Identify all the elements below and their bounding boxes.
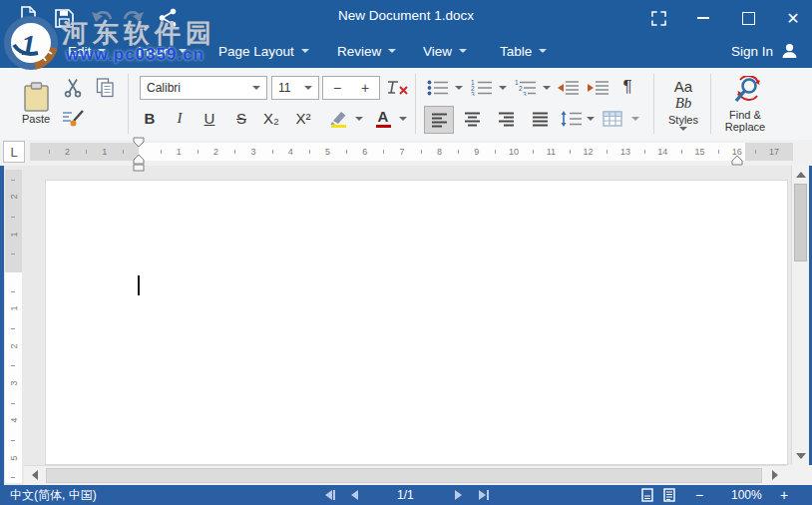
multilevel-list-dropdown[interactable] (543, 86, 551, 90)
horizontal-scrollbar[interactable] (24, 465, 786, 485)
increase-font-button[interactable]: + (351, 77, 379, 99)
chevron-down-icon (388, 49, 396, 53)
paste-button[interactable]: Paste (12, 74, 60, 132)
line-spacing-dropdown[interactable] (587, 117, 595, 121)
ruler-number: 4 (9, 414, 19, 426)
table-grid-dropdown[interactable] (631, 117, 639, 121)
increase-indent-button[interactable] (585, 76, 610, 100)
zoom-in-button[interactable]: + (780, 485, 788, 505)
align-right-button[interactable] (492, 106, 520, 132)
web-view-button[interactable] (663, 485, 675, 505)
cut-button[interactable] (60, 76, 86, 100)
format-painter-icon (62, 108, 85, 128)
line-spacing-button[interactable] (557, 106, 585, 132)
vertical-scrollbar-thumb[interactable] (794, 184, 807, 261)
vertical-scrollbar[interactable] (791, 166, 809, 465)
bullet-list-icon (427, 80, 449, 96)
zoom-level[interactable]: 100% (731, 485, 762, 505)
page-indicator: 1/1 (397, 485, 414, 505)
last-page-icon (479, 490, 486, 500)
first-page-button[interactable] (325, 485, 335, 505)
table-grid-button[interactable] (599, 106, 626, 132)
decrease-indent-button[interactable] (555, 76, 581, 100)
ruler-number: 6 (359, 147, 371, 157)
right-indent-marker[interactable] (731, 155, 743, 167)
ruler-tick (11, 291, 15, 292)
language-indicator[interactable]: 中文(简体, 中国) (10, 485, 97, 505)
ruler-tick (681, 150, 682, 154)
ruler-number: 10 (508, 147, 520, 157)
maximize-button[interactable] (733, 6, 763, 30)
font-name-select[interactable]: Calibri (140, 76, 267, 100)
styles-button[interactable]: Aa Bb Styles (660, 74, 706, 134)
numbered-list-dropdown[interactable] (499, 86, 507, 90)
increase-indent-icon (587, 80, 609, 96)
strikethrough-button[interactable]: S (229, 106, 253, 130)
find-replace-button[interactable]: Find & Replace (714, 74, 776, 134)
vertical-ruler[interactable]: 2112345 (5, 170, 22, 483)
font-color-dropdown[interactable] (399, 117, 407, 121)
bullet-list-dropdown[interactable] (455, 86, 463, 90)
underline-button[interactable]: U (198, 106, 221, 130)
numbered-list-button[interactable]: 123 (469, 76, 495, 100)
fullscreen-button[interactable] (643, 6, 673, 30)
menu-item-edit[interactable]: Edit (68, 34, 106, 68)
last-page-button[interactable] (479, 485, 489, 505)
scroll-up-icon[interactable] (796, 172, 806, 178)
next-page-button[interactable] (455, 485, 462, 505)
multilevel-list-button[interactable]: 123 (513, 76, 539, 100)
font-size-select[interactable]: 11 (271, 76, 319, 100)
first-line-indent-marker[interactable] (134, 138, 144, 147)
bold-button[interactable]: B (138, 106, 162, 130)
hanging-indent-marker[interactable] (134, 155, 144, 164)
subscript-button[interactable]: X₂ (259, 106, 283, 130)
sign-in-button[interactable]: Sign In (731, 34, 798, 68)
separator (710, 74, 711, 134)
menu-item-view[interactable]: View (423, 34, 467, 68)
minimize-button[interactable] (688, 6, 718, 30)
print-layout-view-button[interactable] (641, 485, 653, 505)
copy-button[interactable] (92, 76, 118, 100)
pilcrow-button[interactable]: ¶ (614, 74, 640, 100)
first-page-bar (333, 490, 335, 500)
ruler-number: 5 (322, 147, 334, 157)
bullet-list-button[interactable] (425, 76, 451, 100)
left-indent-marker[interactable] (134, 165, 144, 171)
justify-button[interactable] (526, 106, 554, 132)
ruler-tick (570, 150, 571, 154)
zoom-out-button[interactable]: − (695, 485, 703, 505)
ruler-number: 1 (173, 147, 185, 157)
ruler-number: 5 (9, 452, 19, 464)
ruler-number: 4 (284, 147, 296, 157)
italic-button[interactable]: I (168, 106, 192, 130)
clear-formatting-button[interactable] (385, 76, 411, 100)
menu-item-review[interactable]: Review (337, 34, 396, 68)
superscript-button[interactable]: X² (291, 106, 315, 130)
horizontal-scrollbar-thumb[interactable] (46, 468, 762, 483)
menu-item-table[interactable]: Table (500, 34, 547, 68)
format-painter-button[interactable] (60, 106, 86, 130)
chevron-down-icon (301, 49, 309, 53)
scroll-down-icon[interactable] (796, 453, 806, 459)
ruler-tick (533, 150, 534, 154)
ruler-number: 1 (9, 229, 19, 241)
highlight-dropdown[interactable] (355, 117, 363, 121)
tab-stop-selector[interactable]: L (3, 141, 25, 163)
ruler-number: 12 (583, 147, 595, 157)
menu-item-page-layout[interactable]: Page Layout (218, 34, 309, 68)
close-button[interactable]: ✕ (778, 6, 808, 30)
align-left-button[interactable] (424, 106, 454, 134)
align-center-button[interactable] (458, 106, 486, 132)
menu-item-insert[interactable]: Insert (138, 34, 187, 68)
multilevel-list-icon: 123 (515, 80, 537, 96)
highlight-button[interactable] (325, 106, 351, 132)
decrease-font-button[interactable]: − (323, 77, 351, 99)
document-page[interactable] (45, 180, 788, 465)
ruler-tick (346, 150, 347, 154)
numbered-list-icon: 123 (471, 80, 493, 96)
scroll-right-icon[interactable] (772, 470, 778, 480)
font-color-button[interactable]: A (371, 104, 395, 132)
scroll-left-icon[interactable] (32, 470, 38, 480)
previous-page-button[interactable] (351, 485, 358, 505)
ruler-number: 15 (694, 147, 706, 157)
